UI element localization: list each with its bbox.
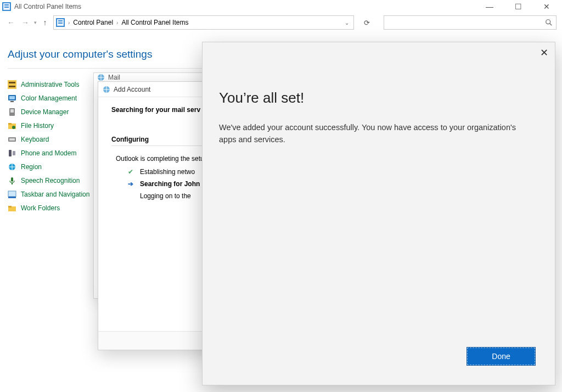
window-title: All Control Panel Items	[14, 3, 81, 10]
cp-item-label: Keyboard	[21, 136, 49, 143]
monitor-icon	[8, 94, 16, 103]
breadcrumb-root[interactable]: Control Panel	[73, 19, 113, 26]
svg-rect-12	[9, 86, 15, 87]
nav-history-dropdown[interactable]: ▾	[34, 20, 37, 25]
cp-item-label: Speech Recognition	[21, 177, 80, 184]
svg-rect-22	[9, 138, 15, 141]
keyboard-icon	[8, 135, 16, 144]
svg-rect-23	[9, 150, 12, 156]
window-maximize-button[interactable]: ☐	[510, 2, 526, 11]
step-label: Logging on to the	[140, 192, 191, 200]
svg-line-9	[550, 24, 552, 26]
refresh-button[interactable]: ⟳	[359, 15, 374, 30]
window-minimize-button[interactable]: —	[482, 2, 497, 11]
breadcrumb-sep-icon: ›	[116, 20, 118, 26]
microphone-icon	[8, 176, 16, 185]
close-button[interactable]: ✕	[540, 47, 548, 59]
device-icon	[8, 108, 16, 116]
phone-icon	[8, 149, 16, 158]
svg-rect-6	[58, 20, 63, 21]
svg-point-8	[546, 20, 550, 24]
svg-rect-26	[11, 177, 13, 182]
window-close-button[interactable]: ✕	[539, 2, 554, 11]
mail-window-title: Mail	[108, 74, 120, 81]
nav-up-button[interactable]: ↑	[40, 18, 50, 27]
control-panel-icon	[56, 18, 65, 27]
cp-item-label: Region	[21, 163, 42, 171]
cp-item-label: Color Management	[21, 94, 77, 102]
svg-rect-28	[8, 191, 16, 197]
control-panel-icon	[2, 2, 11, 11]
folder-icon	[8, 204, 16, 212]
folder-history-icon	[8, 121, 16, 130]
window-titlebar: All Control Panel Items — ☐ ✕	[0, 0, 562, 13]
globe-icon	[97, 74, 105, 81]
address-bar[interactable]: › Control Panel › All Control Panel Item…	[53, 15, 354, 30]
allset-body-text: We've added your account successfully. Y…	[219, 122, 526, 146]
svg-rect-15	[10, 101, 14, 102]
svg-rect-27	[12, 183, 13, 184]
cp-item-label: Administrative Tools	[21, 81, 80, 88]
cp-item-label: File History	[21, 122, 54, 130]
svg-rect-7	[58, 23, 63, 24]
svg-rect-29	[8, 197, 16, 198]
tools-icon	[8, 80, 16, 89]
svg-rect-2	[4, 4, 9, 5]
svg-rect-19	[8, 123, 12, 125]
svg-rect-10	[8, 80, 16, 89]
check-icon: ✔	[127, 168, 134, 176]
cp-item-label: Phone and Modem	[21, 149, 76, 157]
svg-rect-11	[9, 82, 15, 83]
done-button[interactable]: Done	[467, 348, 535, 365]
breadcrumb-current[interactable]: All Control Panel Items	[121, 19, 188, 26]
cp-item-label: Work Folders	[21, 204, 60, 212]
allset-title: You’re all set!	[219, 89, 538, 107]
nav-toolbar: ← → ▾ ↑ › Control Panel › All Control Pa…	[0, 13, 562, 32]
breadcrumb-sep-icon: ›	[68, 20, 70, 26]
taskbar-icon	[8, 190, 16, 199]
svg-rect-24	[13, 151, 15, 155]
arrow-right-icon: ➔	[127, 180, 134, 188]
allset-dialog: ✕ You’re all set! We've added your accou…	[202, 42, 555, 385]
step-label: Establishing netwo	[140, 168, 195, 176]
svg-point-20	[12, 126, 15, 129]
svg-rect-17	[10, 109, 14, 113]
cp-item-label: Device Manager	[21, 108, 69, 116]
add-account-title: Add Account	[114, 86, 150, 93]
address-dropdown-icon[interactable]: ⌄	[345, 20, 351, 26]
svg-rect-3	[4, 7, 9, 8]
globe-icon	[8, 163, 16, 171]
nav-back-button[interactable]: ←	[5, 17, 16, 28]
nav-forward-button[interactable]: →	[20, 17, 31, 28]
search-icon	[545, 19, 553, 26]
svg-rect-14	[9, 96, 15, 99]
globe-icon	[103, 86, 110, 93]
svg-rect-31	[8, 206, 12, 208]
cp-item-label: Taskbar and Navigation	[21, 191, 89, 198]
step-label: Searching for John	[140, 180, 200, 188]
search-input[interactable]	[384, 15, 557, 30]
